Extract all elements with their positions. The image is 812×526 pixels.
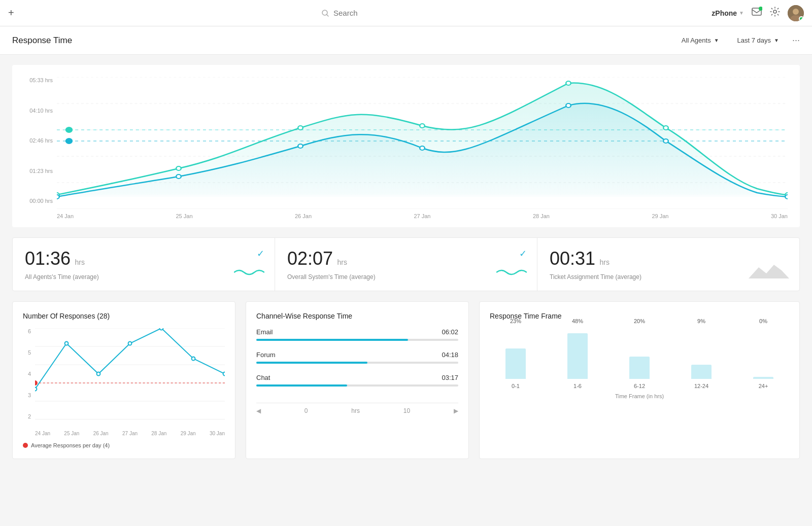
summary-card-0: ✓ 01:36 hrs All Agents's Time (average)	[13, 238, 275, 291]
tf-bar-container-3	[675, 328, 727, 379]
x-label-1: 25 Jan	[176, 213, 192, 219]
check-icon-0: ✓	[257, 248, 264, 259]
resp-x-3: 27 Jan	[122, 431, 138, 436]
wave-icon-1	[496, 266, 527, 280]
channel-chat-name: Chat	[256, 374, 270, 381]
main-content: 05:33 hrs 04:10 hrs 02:46 hrs 01:23 hrs …	[0, 55, 812, 469]
svg-point-20	[566, 81, 571, 85]
channel-title: Channel-Wise Response Time	[256, 312, 458, 320]
y-label-3: 02:46 hrs	[24, 137, 53, 144]
tf-pct-0: 23%	[510, 318, 521, 324]
mountain-icon	[749, 262, 789, 280]
svg-point-4	[773, 10, 776, 13]
resp-x-4: 28 Jan	[151, 431, 166, 436]
search-input[interactable]	[333, 9, 404, 17]
svg-point-43	[128, 342, 132, 345]
tf-col-1: 48%1-6	[552, 318, 603, 389]
page-header: Response Time All Agents ▼ Last 7 days ▼…	[0, 26, 812, 55]
svg-point-31	[65, 138, 73, 144]
tf-label-1: 1-6	[573, 383, 582, 389]
tf-col-2: 20%6-12	[614, 318, 665, 389]
channel-forum-bar-fill	[256, 362, 367, 364]
agents-filter[interactable]: All Agents ▼	[676, 33, 724, 47]
search-bar	[22, 9, 704, 17]
tf-bar-container-1	[552, 328, 603, 379]
tf-bar-1	[567, 333, 588, 379]
y-label-4: 04:10 hrs	[24, 108, 53, 114]
chevron-down-icon: ▼	[774, 38, 779, 43]
svg-point-27	[566, 103, 571, 108]
tf-col-0: 23%0-1	[490, 318, 542, 389]
channel-email-bar-bg	[256, 339, 458, 341]
tf-col-4: 0%24+	[737, 318, 789, 389]
notifications-icon[interactable]	[751, 6, 762, 20]
tf-bar-0	[505, 348, 526, 379]
channel-chat-header: Chat 03:17	[256, 374, 458, 381]
responses-chart: 6 5 4 3 2	[23, 328, 225, 430]
channel-footer: ◀ 0 hrs 10 ▶	[256, 403, 458, 414]
svg-point-6	[793, 9, 799, 15]
channel-email: Email 06:02	[256, 328, 458, 341]
time-filter[interactable]: Last 7 days ▼	[732, 33, 784, 47]
resp-y-3: 3	[23, 392, 31, 398]
svg-point-17	[176, 166, 181, 170]
channel-email-time: 06:02	[442, 328, 458, 336]
y-axis: 05:33 hrs 04:10 hrs 02:46 hrs 01:23 hrs …	[24, 77, 53, 204]
summary-unit-1: hrs	[337, 258, 347, 266]
resp-x-5: 29 Jan	[181, 431, 196, 436]
resp-y-5: 5	[23, 349, 31, 356]
main-chart-card: 05:33 hrs 04:10 hrs 02:46 hrs 01:23 hrs …	[12, 65, 800, 227]
resp-legend-label: Average Responses per day (4)	[31, 442, 110, 448]
wave-icon-0	[234, 266, 264, 280]
add-button[interactable]: +	[8, 7, 14, 19]
tf-label-4: 24+	[759, 383, 768, 389]
x-axis: 24 Jan 25 Jan 26 Jan 27 Jan 28 Jan 29 Ja…	[57, 213, 788, 219]
tf-col-3: 9%12-24	[675, 318, 727, 389]
summary-value-2: 00:31	[550, 248, 595, 269]
resp-legend: Average Responses per day (4)	[23, 442, 225, 448]
x-label-5: 29 Jan	[652, 213, 668, 219]
channel-card: Channel-Wise Response Time Email 06:02 F…	[246, 301, 469, 459]
tf-bar-container-0	[490, 328, 542, 379]
settings-icon[interactable]	[769, 6, 781, 20]
scroll-left-arrow[interactable]: ◀	[256, 407, 261, 414]
channel-email-bar-fill	[256, 339, 408, 341]
x-label-0: 24 Jan	[57, 213, 74, 219]
topnav-right: zPhone ▼	[712, 5, 804, 21]
summary-label-1: Overall System's Time (average)	[287, 273, 525, 280]
channel-forum: Forum 04:18	[256, 351, 458, 364]
resp-y-2: 2	[23, 413, 31, 419]
search-icon	[321, 9, 329, 17]
timeframe-x-title: Time Frame (in hrs)	[490, 393, 789, 399]
summary-value-1: 02:07	[287, 248, 333, 269]
channel-forum-time: 04:18	[442, 351, 458, 359]
main-chart-wrapper: 05:33 hrs 04:10 hrs 02:46 hrs 01:23 hrs …	[24, 77, 788, 219]
summary-value-0: 01:36	[25, 248, 71, 269]
channel-footer-mid: hrs	[351, 407, 360, 414]
more-options-button[interactable]: ···	[792, 35, 800, 46]
responses-card: Number Of Responses (28) 6 5 4 3 2	[12, 301, 235, 459]
svg-point-30	[65, 127, 73, 133]
summary-unit-0: hrs	[75, 258, 85, 266]
svg-point-41	[65, 342, 69, 345]
y-label-5: 05:33 hrs	[24, 77, 53, 83]
resp-y-4: 4	[23, 371, 31, 377]
avg-dot	[23, 443, 28, 448]
channel-chat-bar-bg	[256, 384, 458, 387]
svg-line-1	[327, 14, 329, 16]
x-label-3: 27 Jan	[414, 213, 430, 219]
avatar[interactable]	[788, 5, 804, 21]
x-label-6: 30 Jan	[771, 213, 788, 219]
resp-x-0: 24 Jan	[35, 431, 50, 436]
svg-point-24	[176, 174, 181, 179]
tf-pct-3: 9%	[697, 318, 705, 324]
tf-bar-2	[629, 357, 650, 379]
check-icon-1: ✓	[519, 248, 527, 259]
line-chart-svg	[57, 77, 788, 211]
channel-email-name: Email	[256, 328, 273, 336]
scroll-right-arrow[interactable]: ▶	[454, 407, 458, 414]
svg-marker-32	[749, 265, 789, 278]
summary-unit-2: hrs	[600, 258, 610, 266]
channel-chat: Chat 03:17	[256, 374, 458, 387]
page-title: Response Time	[12, 36, 668, 46]
